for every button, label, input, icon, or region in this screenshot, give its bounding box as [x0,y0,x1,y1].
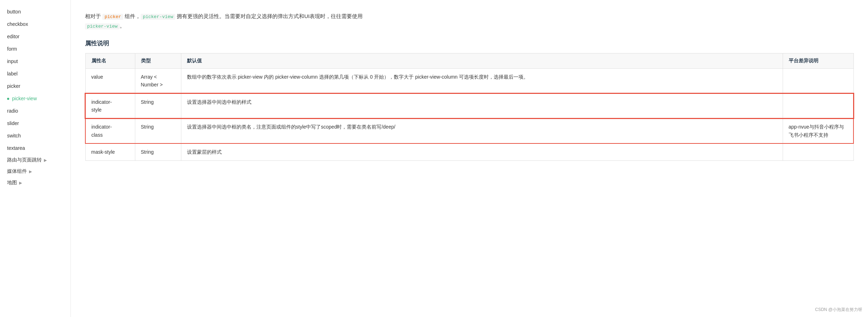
col-header-platform: 平台差异说明 [783,53,853,68]
sidebar-item-slider[interactable]: slider [0,117,70,130]
sidebar-item-label: form [7,45,17,53]
sidebar-item-textarea[interactable]: textarea [0,142,70,154]
attr-default: 设置蒙层的样式 [181,143,783,160]
col-header-type: 类型 [135,53,181,68]
intro-text-part2: 组件， [123,13,141,19]
sidebar-group-label: 地图 [7,180,17,186]
attr-type: String [135,118,181,143]
table-header-row: 属性名 类型 默认值 平台差异说明 [85,53,853,68]
sidebar-item-button[interactable]: button [0,6,70,18]
sidebar-item-label: picker-view [12,95,37,102]
sidebar-item-label: button [7,8,21,16]
attr-platform: app-nvue与抖音小程序与飞书小程序不支持 [783,118,853,143]
attr-name: indicator-class [85,118,135,143]
intro-text-part3: 拥有更强的灵活性。当需要对自定义选择的弹出方式和UI表现时，往往需要使用 [175,13,363,19]
sidebar-item-label: textarea [7,145,25,152]
table-row-highlighted: indicator-style String 设置选择器中间选中框的样式 [85,94,853,119]
sidebar-item-label: editor [7,33,19,40]
chevron-right-icon: ▶ [29,169,32,174]
section-title: 属性说明 [85,39,854,47]
sidebar-item-input[interactable]: input [0,55,70,68]
sidebar-item-checkbox[interactable]: checkbox [0,18,70,30]
attr-name: mask-style [85,143,135,160]
picker-view-code2: picker-view [85,23,120,29]
sidebar-item-label: radio [7,107,18,115]
attr-default: 设置选择器中间选中框的类名，注意页面或组件的style中写了scoped时，需要… [181,118,783,143]
col-header-name: 属性名 [85,53,135,68]
main-content: 相对于 picker 组件，picker-view 拥有更强的灵活性。当需要对自… [71,0,868,317]
table-row: mask-style String 设置蒙层的样式 [85,143,853,160]
attributes-table: 属性名 类型 默认值 平台差异说明 value Array <Number > … [85,53,854,161]
attr-default: 数组中的数字依次表示 picker-view 内的 picker-view-co… [181,68,783,93]
chevron-right-icon: ▶ [19,181,22,185]
intro-text-part1: 相对于 [85,13,102,19]
sidebar-item-label: picker [7,83,20,90]
sidebar-item-form[interactable]: form [0,43,70,55]
attr-type-text: Array <Number > [141,74,163,87]
attr-type-text: String [141,99,154,105]
sidebar-group-media[interactable]: 媒体组件 ▶ [0,166,70,177]
sidebar-item-switch[interactable]: switch [0,130,70,142]
sidebar-item-label: checkbox [7,21,28,28]
attr-name-text: indicator-style [91,99,112,113]
attr-platform [783,94,853,119]
table-row: value Array <Number > 数组中的数字依次表示 picker-… [85,68,853,93]
sidebar-item-label: slider [7,120,19,127]
attr-platform [783,143,853,160]
intro-text-part4: 。 [120,23,125,29]
sidebar-item-label: label [7,70,18,78]
sidebar-item-editor[interactable]: editor [0,30,70,43]
chevron-right-icon: ▶ [44,158,47,163]
attr-type: Array <Number > [135,68,181,93]
attr-name: indicator-style [85,94,135,119]
table-row-highlighted: indicator-class String 设置选择器中间选中框的类名，注意页… [85,118,853,143]
sidebar-item-radio[interactable]: radio [0,105,70,117]
sidebar: button checkbox editor form input label … [0,0,71,317]
sidebar-item-label: input [7,58,18,65]
sidebar-group-routing[interactable]: 路由与页面跳转 ▶ [0,154,70,166]
sidebar-item-picker[interactable]: picker [0,80,70,92]
attr-type: String [135,143,181,160]
active-dot-icon [7,98,9,100]
sidebar-item-label[interactable]: label [0,68,70,80]
attr-type-text: String [141,124,154,130]
sidebar-group-label: 路由与页面跳转 [7,157,42,163]
attr-platform [783,68,853,93]
attr-name: value [85,68,135,93]
sidebar-item-label: switch [7,132,21,140]
watermark: CSDN @小泡菜在努力呀 [815,307,862,313]
col-header-default: 默认值 [181,53,783,68]
sidebar-group-label: 媒体组件 [7,168,27,175]
picker-code: picker [102,14,123,20]
attr-name-text: indicator-class [91,124,112,137]
picker-view-code: picker-view [141,14,175,20]
attr-type: String [135,94,181,119]
sidebar-item-picker-view[interactable]: picker-view [0,92,70,105]
sidebar-group-map[interactable]: 地图 ▶ [0,177,70,188]
intro-paragraph: 相对于 picker 组件，picker-view 拥有更强的灵活性。当需要对自… [85,11,854,31]
attr-default: 设置选择器中间选中框的样式 [181,94,783,119]
